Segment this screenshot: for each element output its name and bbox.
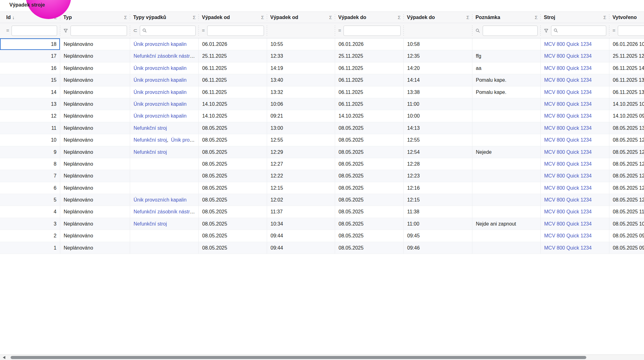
grid-cell-od_date[interactable]: 06.11.2025 [199, 74, 267, 86]
grid-cell-od_time[interactable]: 13:40 [267, 74, 335, 86]
grid-cell-typ[interactable]: Neplánováno [60, 170, 130, 182]
grid-cell-id[interactable]: 7 [0, 170, 60, 182]
filter-input-id[interactable] [12, 26, 57, 36]
grid-cell-typy[interactable] [130, 230, 199, 241]
grid-cell-id[interactable]: 13 [0, 98, 60, 110]
grid-cell-do_date[interactable]: 08.05.2025 [335, 146, 404, 158]
grid-cell-id[interactable]: 8 [0, 158, 60, 170]
grid-cell-poznamka[interactable] [472, 170, 541, 182]
grid-cell-stroj[interactable]: MCV 800 Quick 1234 [541, 122, 609, 134]
machine-link[interactable]: MCV 800 Quick 1234 [544, 221, 592, 226]
grid-cell-id[interactable]: 9 [0, 146, 60, 158]
filter-input-do_date[interactable] [344, 26, 401, 36]
grid-cell-poznamka[interactable]: Pomalu kape. [472, 86, 541, 98]
grid-cell-typ[interactable]: Neplánováno [60, 134, 130, 146]
grid-cell-typy[interactable]: Nefunkční stroj [130, 218, 199, 230]
grid-cell-od_time[interactable]: 10:06 [267, 98, 335, 110]
grid-cell-stroj[interactable]: MCV 800 Quick 1234 [541, 230, 609, 241]
machine-link[interactable]: MCV 800 Quick 1234 [544, 185, 592, 191]
aggregation-sigma-icon[interactable]: Σ [327, 15, 332, 20]
scroll-left-button[interactable] [2, 356, 7, 359]
funnel-icon[interactable] [63, 28, 68, 33]
machine-link[interactable]: MCV 800 Quick 1234 [544, 125, 592, 131]
grid-cell-do_date[interactable]: 06.11.2025 [335, 98, 404, 110]
grid-cell-poznamka[interactable] [472, 194, 541, 206]
grid-cell-od_time[interactable]: 09:21 [267, 110, 335, 122]
grid-cell-od_date[interactable]: 25.11.2025 [199, 50, 267, 62]
grid-cell-typ[interactable]: Neplánováno [60, 38, 130, 50]
column-header-stroj[interactable]: StrojΣ [541, 12, 609, 23]
grid-cell-od_date[interactable]: 08.05.2025 [199, 218, 267, 230]
grid-cell-od_time[interactable]: 09:44 [267, 242, 335, 254]
grid-cell-stroj[interactable]: MCV 800 Quick 1234 [541, 98, 609, 110]
grid-cell-typ[interactable]: Neplánováno [60, 146, 130, 158]
grid-cell-do_date[interactable]: 08.05.2025 [335, 134, 404, 146]
machine-link[interactable]: MCV 800 Quick 1234 [544, 90, 592, 95]
grid-cell-typy[interactable] [130, 242, 199, 254]
grid-cell-stroj[interactable]: MCV 800 Quick 1234 [541, 62, 609, 74]
grid-cell-poznamka[interactable]: Nejde ani zapnout [472, 218, 541, 230]
equals-icon[interactable]: = [6, 28, 9, 33]
grid-cell-id[interactable]: 10 [0, 134, 60, 146]
filter-input-vytvoreno[interactable] [618, 26, 644, 36]
machine-link[interactable]: MCV 800 Quick 1234 [544, 53, 592, 59]
horizontal-scrollbar[interactable] [0, 354, 644, 360]
grid-cell-do_date[interactable]: 08.05.2025 [335, 242, 404, 254]
aggregation-sigma-icon[interactable]: Σ [122, 15, 127, 20]
grid-cell-typy[interactable]: Únik provozních kapalin [130, 110, 199, 122]
grid-cell-typ[interactable]: Neplánováno [60, 158, 130, 170]
grid-cell-poznamka[interactable] [472, 38, 541, 50]
filter-input-typy[interactable] [140, 26, 196, 36]
grid-cell-vytvoreno[interactable]: 08.05.2025 12:02 [609, 194, 644, 206]
grid-cell-id[interactable]: 15 [0, 74, 60, 86]
grid-cell-poznamka[interactable] [472, 122, 541, 134]
grid-cell-typ[interactable]: Neplánováno [60, 110, 130, 122]
grid-cell-od_time[interactable]: 12:33 [267, 50, 335, 62]
machine-link[interactable]: MCV 800 Quick 1234 [544, 209, 592, 214]
grid-cell-typy[interactable]: Únik provozních kapalin [130, 86, 199, 98]
machine-link[interactable]: MCV 800 Quick 1234 [544, 77, 592, 83]
grid-cell-od_time[interactable]: 13:32 [267, 86, 335, 98]
aggregation-sigma-icon[interactable]: Σ [191, 15, 196, 20]
grid-cell-typ[interactable]: Neplánováno [60, 62, 130, 74]
column-header-do_date[interactable]: Výpadek doΣ [335, 12, 404, 23]
outage-type-link[interactable]: Nefunkční zásobník nástrojů [134, 209, 197, 214]
machine-link[interactable]: MCV 800 Quick 1234 [544, 173, 592, 178]
grid-cell-poznamka[interactable]: Nejede [472, 146, 541, 158]
aggregation-sigma-icon[interactable]: Σ [259, 15, 264, 20]
column-header-od_date[interactable]: Výpadek odΣ [199, 12, 267, 23]
grid-cell-typy[interactable]: Nefunkční stroj, Únik provozních kapalin [130, 134, 199, 146]
grid-cell-id[interactable]: 16 [0, 62, 60, 74]
grid-cell-stroj[interactable]: MCV 800 Quick 1234 [541, 134, 609, 146]
grid-cell-do_date[interactable]: 06.11.2025 [335, 62, 404, 74]
machine-link[interactable]: MCV 800 Quick 1234 [544, 41, 592, 47]
grid-cell-od_time[interactable]: 12:15 [267, 182, 335, 194]
grid-cell-od_date[interactable]: 08.05.2025 [199, 194, 267, 206]
grid-cell-do_time[interactable]: 12:16 [404, 182, 472, 194]
machine-link[interactable]: MCV 800 Quick 1234 [544, 161, 592, 167]
grid-cell-do_time[interactable]: 11:00 [404, 98, 472, 110]
grid-cell-od_date[interactable]: 08.05.2025 [199, 242, 267, 254]
grid-cell-stroj[interactable]: MCV 800 Quick 1234 [541, 110, 609, 122]
grid-cell-typy[interactable]: Únik provozních kapalin [130, 98, 199, 110]
outage-type-link[interactable]: Únik provozních kapalin [171, 137, 199, 143]
grid-cell-stroj[interactable]: MCV 800 Quick 1234 [541, 170, 609, 182]
grid-cell-od_date[interactable]: 06.01.2026 [199, 38, 267, 50]
machine-link[interactable]: MCV 800 Quick 1234 [544, 101, 592, 107]
grid-cell-od_time[interactable]: 12:27 [267, 158, 335, 170]
grid-cell-do_date[interactable]: 08.05.2025 [335, 158, 404, 170]
grid-cell-do_date[interactable]: 08.05.2025 [335, 218, 404, 230]
grid-cell-od_time[interactable]: 14:19 [267, 62, 335, 74]
grid-cell-id[interactable]: 5 [0, 194, 60, 206]
grid-cell-od_date[interactable]: 14.10.2025 [199, 110, 267, 122]
grid-cell-do_time[interactable]: 12:35 [404, 50, 472, 62]
grid-cell-stroj[interactable]: MCV 800 Quick 1234 [541, 218, 609, 230]
grid-cell-poznamka[interactable]: Pomalu kape. [472, 74, 541, 86]
grid-cell-vytvoreno[interactable]: 25.11.2025 12:33 [609, 50, 644, 62]
machine-link[interactable]: MCV 800 Quick 1234 [544, 233, 592, 238]
grid-cell-typ[interactable]: Neplánováno [60, 122, 130, 134]
outage-type-link[interactable]: Nefunkční stroj [134, 221, 167, 226]
grid-cell-od_time[interactable]: 10:34 [267, 218, 335, 230]
outage-type-link[interactable]: Nefunkční stroj [134, 125, 167, 131]
equals-icon[interactable]: = [612, 28, 615, 33]
